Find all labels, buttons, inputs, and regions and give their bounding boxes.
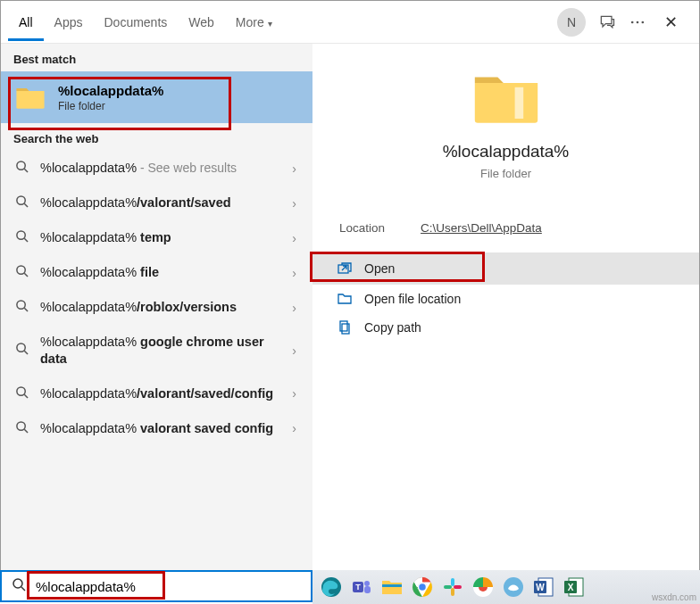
chevron-right-icon: › <box>288 386 300 401</box>
svg-text:T: T <box>355 583 361 592</box>
excel-icon[interactable]: X <box>562 575 586 599</box>
edge-icon[interactable] <box>320 575 343 599</box>
search-icon <box>13 420 29 437</box>
svg-rect-26 <box>444 585 452 589</box>
svg-rect-11 <box>514 87 523 119</box>
svg-point-7 <box>16 301 24 309</box>
best-match-title: %localappdata% <box>58 83 163 98</box>
svg-point-9 <box>16 387 24 395</box>
web-result-label: %localappdata% google chrome user data <box>40 334 278 368</box>
svg-rect-21 <box>382 584 402 587</box>
chevron-right-icon: › <box>288 421 300 435</box>
chrome-canary-icon[interactable] <box>471 575 495 599</box>
copy-icon <box>338 320 352 335</box>
web-result-item[interactable]: %localappdata% - See web results› <box>1 151 312 186</box>
svg-point-5 <box>16 231 24 239</box>
svg-point-1 <box>637 21 639 23</box>
action-copy-path-label: Copy path <box>364 320 421 335</box>
tab-apps[interactable]: Apps <box>44 3 94 41</box>
teams-icon[interactable]: T <box>350 575 373 599</box>
web-results-list: %localappdata% - See web results›%locala… <box>1 151 312 446</box>
chrome-icon[interactable] <box>411 575 434 599</box>
web-result-item[interactable]: %localappdata% google chrome user data› <box>1 325 312 376</box>
chevron-down-icon: ▾ <box>268 19 272 29</box>
search-box[interactable] <box>0 570 312 602</box>
action-open-location[interactable]: Open file location <box>312 285 699 313</box>
search-web-header: Search the web <box>1 123 312 151</box>
web-result-item[interactable]: %localappdata% temp› <box>1 220 312 255</box>
action-open[interactable]: Open <box>312 252 699 285</box>
best-match-header: Best match <box>1 44 312 71</box>
tab-all[interactable]: All <box>8 3 44 41</box>
search-icon <box>13 264 29 281</box>
search-icon <box>13 342 29 359</box>
chevron-right-icon: › <box>288 266 300 280</box>
web-result-label: %localappdata%/valorant/saved/config <box>40 385 278 402</box>
preview-subtitle: File folder <box>330 167 681 180</box>
action-copy-path[interactable]: Copy path <box>312 313 699 342</box>
folder-icon <box>15 82 46 112</box>
svg-text:W: W <box>536 583 545 592</box>
web-result-item[interactable]: %localappdata%/roblox/versions› <box>1 290 312 325</box>
chevron-right-icon: › <box>288 231 300 245</box>
svg-point-24 <box>419 583 427 592</box>
more-options-icon[interactable] <box>629 13 646 31</box>
web-result-item[interactable]: %localappdata%/valorant/saved› <box>1 186 312 220</box>
best-match-subtitle: File folder <box>58 100 163 112</box>
svg-point-15 <box>13 579 22 588</box>
web-result-label: %localappdata%/valorant/saved <box>40 194 278 211</box>
web-result-label: %localappdata%/roblox/versions <box>40 299 278 316</box>
tab-documents[interactable]: Documents <box>93 3 178 41</box>
svg-point-8 <box>16 343 24 352</box>
slack-icon[interactable] <box>441 575 464 599</box>
svg-rect-27 <box>451 588 454 596</box>
svg-rect-13 <box>340 321 347 331</box>
search-input[interactable] <box>36 579 302 594</box>
search-icon <box>11 577 27 595</box>
action-open-label: Open <box>364 261 395 276</box>
web-result-label: %localappdata% valorant saved config <box>40 420 278 437</box>
search-icon <box>13 194 29 211</box>
tab-web[interactable]: Web <box>178 3 225 41</box>
folder-icon-large <box>471 69 542 126</box>
filter-tabs-bar: All Apps Documents Web More▾ N ✕ <box>1 1 699 44</box>
app-icon[interactable] <box>502 575 525 599</box>
svg-rect-20 <box>364 586 371 593</box>
svg-point-4 <box>16 196 24 204</box>
user-avatar[interactable]: N <box>557 8 586 37</box>
word-icon[interactable]: W <box>532 575 555 599</box>
action-open-location-label: Open file location <box>364 292 461 306</box>
taskbar: T W X <box>312 570 700 604</box>
feedback-icon[interactable] <box>598 13 616 31</box>
results-pane: Best match %localappdata% File folder Se… <box>1 44 312 571</box>
close-button[interactable]: ✕ <box>659 7 683 37</box>
folder-open-icon <box>338 292 352 306</box>
svg-point-6 <box>16 266 24 274</box>
best-match-result[interactable]: %localappdata% File folder <box>1 71 312 123</box>
web-result-label: %localappdata% file <box>40 264 278 281</box>
search-icon <box>13 229 29 246</box>
open-icon <box>338 261 352 276</box>
svg-point-3 <box>16 161 24 170</box>
location-link[interactable]: C:\Users\Dell\AppData <box>421 221 542 235</box>
web-result-item[interactable]: %localappdata%/valorant/saved/config› <box>1 376 312 411</box>
watermark: wsxdn.com <box>652 592 696 602</box>
search-icon <box>13 299 29 316</box>
chevron-right-icon: › <box>288 196 300 211</box>
svg-text:X: X <box>568 583 574 592</box>
search-icon <box>13 385 29 402</box>
tab-more[interactable]: More▾ <box>225 3 283 41</box>
web-result-item[interactable]: %localappdata% file› <box>1 255 312 290</box>
file-explorer-icon[interactable] <box>380 575 404 599</box>
chevron-right-icon: › <box>288 343 300 358</box>
web-result-label: %localappdata% temp <box>40 229 278 246</box>
svg-point-0 <box>631 21 634 23</box>
search-icon <box>13 160 29 177</box>
svg-rect-28 <box>454 585 462 589</box>
web-result-label: %localappdata% - See web results <box>40 160 278 177</box>
svg-rect-25 <box>451 578 454 586</box>
chevron-right-icon: › <box>288 161 300 176</box>
web-result-item[interactable]: %localappdata% valorant saved config› <box>1 411 312 446</box>
location-label: Location <box>339 221 385 235</box>
chevron-right-icon: › <box>288 301 300 315</box>
